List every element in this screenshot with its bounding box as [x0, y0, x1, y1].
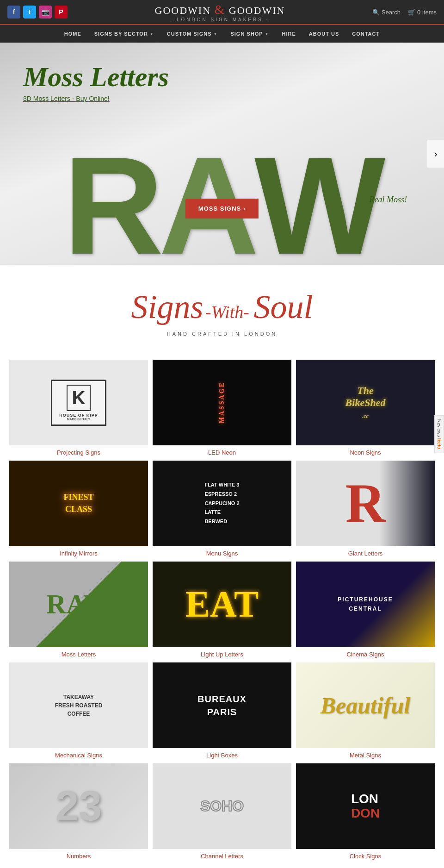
facebook-icon[interactable]: f — [7, 6, 20, 19]
nav-hire[interactable]: HIRE — [276, 25, 302, 43]
grid-item-moss-letters[interactable]: RAW Moss Letters — [9, 562, 148, 658]
hero-raw-display: R A W — [0, 80, 444, 265]
grid-item-light-up-letters[interactable]: EAT Light Up Letters — [153, 562, 291, 658]
grid-row-1: K HOUSE OF KIPP MADE IN ITALY Projecting… — [9, 360, 435, 456]
cinema-signs-label: Cinema Signs — [347, 651, 384, 658]
sws-with: -With- — [205, 302, 253, 322]
grid-item-infinity-mirrors[interactable]: FINESTCLASS Infinity Mirrors — [9, 461, 148, 557]
led-neon-image: MASSAGE — [153, 360, 291, 445]
projecting-signs-image: K HOUSE OF KIPP MADE IN ITALY — [9, 360, 148, 445]
sws-title: Signs -With- Soul — [9, 288, 435, 326]
led-neon-content: MASSAGE — [218, 381, 226, 423]
nav-home[interactable]: HOME — [58, 25, 88, 43]
nav-signs-by-sector[interactable]: SIGNS BY SECTOR ▼ — [88, 25, 160, 43]
nav-custom-signs[interactable]: CUSTOM SIGNS ▼ — [160, 25, 224, 43]
neon-text: MASSAGE — [218, 381, 226, 423]
grid-row-4: TAKEAWAYFRESH ROASTEDCOFFEE Mechanical S… — [9, 662, 435, 759]
nav-about-us[interactable]: ABOUT US — [302, 25, 345, 43]
hero-title-area: Moss Letters 3D Moss Letters - Buy Onlin… — [23, 61, 169, 102]
grid-item-metal-signs[interactable]: Beautiful Metal Signs — [296, 662, 435, 759]
logo-subtitle: · LONDON SIGN MAKERS · — [155, 17, 285, 22]
chevron-down-icon: ▼ — [265, 32, 269, 36]
infinity-content: FINESTCLASS — [63, 492, 93, 515]
signs-with-soul-section: Signs -With- Soul HAND CRAFTED IN LONDON — [0, 265, 444, 360]
feefo-label: Reviews — [437, 419, 442, 437]
mech-content: TAKEAWAYFRESH ROASTEDCOFFEE — [55, 693, 103, 718]
moss-signs-button[interactable]: MOSS SIGNS › — [185, 199, 259, 219]
clock-lon: LON — [351, 792, 378, 806]
projecting-signs-label: Projecting Signs — [57, 449, 100, 456]
numbers-label: Numbers — [67, 853, 91, 860]
metal-content: Beautiful — [321, 692, 410, 719]
moss-letters-label: Moss Letters — [62, 651, 96, 658]
giant-letters-image: R — [296, 461, 435, 546]
led-neon-label: LED Neon — [208, 449, 236, 456]
top-bar: f t 📷 P GOODWIN & GOODWIN · LONDON SIGN … — [0, 0, 444, 24]
grid-item-light-boxes[interactable]: BUREAUXPARIS Light Boxes — [153, 662, 291, 759]
channel-letters-image: SOHO — [153, 763, 291, 849]
lightup-content: EAT — [185, 583, 259, 625]
num-content: 23 — [56, 782, 102, 830]
grid-item-neon-signs[interactable]: TheBikeShed.cc Neon Signs — [296, 360, 435, 456]
grid-item-led-neon[interactable]: MASSAGE LED Neon — [153, 360, 291, 456]
cart-button[interactable]: 🛒 0 items — [408, 9, 437, 16]
menu-content: FLAT WHITE 3ESPRESSO 2CAPPUCINO 2LATTEBE… — [204, 481, 239, 526]
grid-item-cinema-signs[interactable]: PICTUREHOUSECENTRAL Cinema Signs — [296, 562, 435, 658]
twitter-icon[interactable]: t — [23, 6, 36, 19]
light-up-letters-label: Light Up Letters — [201, 651, 243, 658]
channel-letters-label: Channel Letters — [201, 853, 243, 860]
nav-sign-shop[interactable]: SIGN SHOP ▼ — [224, 25, 275, 43]
search-icon: 🔍 — [372, 9, 380, 16]
metal-signs-image: Beautiful — [296, 662, 435, 748]
moss-letters-image: RAW — [9, 562, 148, 647]
search-label: Search — [382, 9, 401, 16]
cart-icon: 🛒 — [408, 9, 415, 16]
proj-text: HOUSE OF KIPP — [59, 413, 98, 418]
infinity-mirrors-label: Infinity Mirrors — [60, 550, 98, 557]
instagram-icon[interactable]: 📷 — [39, 6, 52, 19]
mechanical-signs-label: Mechanical Signs — [55, 752, 102, 759]
hero-title: Moss Letters — [23, 61, 169, 93]
numbers-image: 23 — [9, 763, 148, 849]
logo-area[interactable]: GOODWIN & GOODWIN · LONDON SIGN MAKERS · — [155, 2, 285, 22]
nav-bar: HOME SIGNS BY SECTOR ▼ CUSTOM SIGNS ▼ SI… — [0, 24, 444, 43]
feefo-reviews-tab[interactable]: Reviews feefo — [434, 415, 444, 453]
grid-item-numbers[interactable]: 23 Numbers — [9, 763, 148, 860]
infinity-mirrors-image: FINESTCLASS — [9, 461, 148, 546]
proj-k-letter: K — [67, 385, 91, 411]
cart-count: 0 items — [417, 9, 437, 16]
social-icons: f t 📷 P — [7, 6, 68, 19]
grid-item-projecting-signs[interactable]: K HOUSE OF KIPP MADE IN ITALY Projecting… — [9, 360, 148, 456]
moss-letters-content: RAW — [46, 588, 111, 620]
clock-content: LON DON — [351, 792, 380, 821]
grid-row-5: 23 Numbers SOHO Channel Letters LON DON … — [9, 763, 435, 860]
hero-letter-r: R — [63, 147, 159, 265]
light-boxes-image: BUREAUXPARIS — [153, 662, 291, 748]
neon-signs-label: Neon Signs — [350, 449, 381, 456]
grid-item-channel-letters[interactable]: SOHO Channel Letters — [153, 763, 291, 860]
logo-title: GOODWIN & GOODWIN — [155, 2, 285, 17]
clock-signs-label: Clock Signs — [350, 853, 382, 860]
grid-item-mechanical-signs[interactable]: TAKEAWAYFRESH ROASTEDCOFFEE Mechanical S… — [9, 662, 148, 759]
sws-signs: Signs — [131, 288, 204, 325]
chan-content: SOHO — [200, 798, 244, 815]
cinema-content: PICTUREHOUSECENTRAL — [338, 595, 393, 613]
light-up-letters-image: EAT — [153, 562, 291, 647]
lbox-content: BUREAUXPARIS — [197, 693, 247, 718]
cinema-signs-image: PICTUREHOUSECENTRAL — [296, 562, 435, 647]
hero-banner: Moss Letters 3D Moss Letters - Buy Onlin… — [0, 43, 444, 265]
grid-item-menu-signs[interactable]: FLAT WHITE 3ESPRESSO 2CAPPUCINO 2LATTEBE… — [153, 461, 291, 557]
menu-signs-label: Menu Signs — [206, 550, 238, 557]
chevron-down-icon: ▼ — [150, 32, 154, 36]
grid-item-giant-letters[interactable]: R Giant Letters — [296, 461, 435, 557]
nav-contact[interactable]: CONTACT — [345, 25, 386, 43]
grid-item-clock-signs[interactable]: LON DON Clock Signs — [296, 763, 435, 860]
pinterest-icon[interactable]: P — [55, 6, 68, 19]
clock-don: DON — [351, 806, 380, 820]
metal-signs-label: Metal Signs — [350, 752, 381, 759]
search-button[interactable]: 🔍 Search — [372, 9, 401, 16]
light-boxes-label: Light Boxes — [206, 752, 238, 759]
menu-signs-image: FLAT WHITE 3ESPRESSO 2CAPPUCINO 2LATTEBE… — [153, 461, 291, 546]
hero-next-arrow[interactable]: › — [427, 140, 444, 168]
chevron-down-icon: ▼ — [214, 32, 218, 36]
